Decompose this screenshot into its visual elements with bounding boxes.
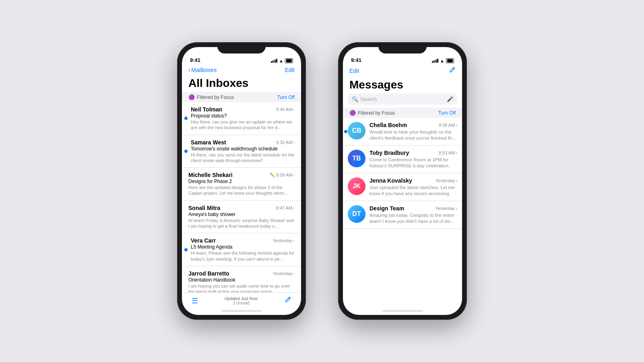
mail-preview: Hey there, can you give me an update on … <box>191 119 295 131</box>
back-label: Mailboxes <box>191 67 217 73</box>
mail-time-value: 9:40 AM <box>276 107 292 112</box>
mail-item[interactable]: Neil Tolman9:40 AM ›Proposal status?Hey … <box>182 102 301 135</box>
unread-dot <box>184 150 188 153</box>
unread-dot <box>184 117 188 120</box>
msg-time: 9:38 AM › <box>439 123 457 128</box>
battery-icon <box>285 58 293 63</box>
mail-item-header: Jarrod BarrettoYesterday › <box>188 270 295 277</box>
messages-focus-left: 🟣 Filtered by Focus <box>349 110 395 116</box>
messages-compose-icon[interactable] <box>448 66 456 75</box>
msg-time: Yesterday › <box>436 206 457 211</box>
back-button[interactable]: ‹ Mailboxes <box>188 66 217 74</box>
msg-preview: Come to Conference Room at 1PM for Kelse… <box>369 157 457 169</box>
message-item[interactable]: TBToby Bradbury8:53 AM ›Come to Conferen… <box>343 146 462 173</box>
focus-label: Filtered by Focus <box>197 95 234 100</box>
messages-page-title: Messages <box>343 78 462 94</box>
mail-sender: Samara West <box>191 139 226 146</box>
mail-preview: Hi team! Friday is Ameya's surprise Baby… <box>188 218 295 229</box>
home-indicator <box>182 307 301 315</box>
messages-nav-bar: Edit <box>343 65 462 78</box>
mail-time-value: Yesterday <box>273 238 293 243</box>
msg-content: Jenna KovalskyYesterday ›Just uploaded t… <box>369 177 457 197</box>
msg-avatar: CB <box>348 122 365 140</box>
mail-preview: Hi team, Please see the following revise… <box>191 250 295 262</box>
mail-time: ✏️ 9:09 AM › <box>270 173 295 178</box>
mail-item[interactable]: Michelle Shekari✏️ 9:09 AM ›Designs for … <box>182 168 301 201</box>
msg-time: 8:53 AM › <box>439 150 457 155</box>
chevron-icon: › <box>456 206 457 211</box>
mail-sender: Jarrod Barretto <box>188 270 229 277</box>
status-icons: ▲ <box>271 58 293 63</box>
mail-time-value: 9:32 AM <box>276 140 292 145</box>
mail-nav-bar: ‹ Mailboxes Edit <box>182 65 301 77</box>
mail-subject: Tomorrow's onsite walkthrough schedule <box>191 146 295 152</box>
msg-header: Jenna KovalskyYesterday › <box>369 177 457 184</box>
msg-name: Toby Bradbury <box>369 150 409 156</box>
phone-messages: 9:41 ▲ Edit <box>338 42 467 320</box>
mail-item[interactable]: Vera CarrYesterday ›L5 Meeting AgendaHi … <box>182 233 301 266</box>
mail-item-header: Vera CarrYesterday › <box>191 237 295 244</box>
search-icon: 🔍 <box>352 96 358 102</box>
mail-time: 8:47 AM › <box>276 206 295 210</box>
signal-bar-2-4 <box>437 59 438 63</box>
mail-time-value: 9:09 AM <box>276 173 292 177</box>
mail-preview: Here are the updated designs for phase 2… <box>188 185 295 196</box>
msg-preview: Just uploaded the latest sketches. Let m… <box>369 185 457 197</box>
msg-preview: Amazing job today. Congrats to the entir… <box>369 212 457 224</box>
mail-item[interactable]: Jarrod BarrettoYesterday ›Orientation Ha… <box>182 266 301 292</box>
message-list: CBChella Boehm9:38 AM ›Would love to hea… <box>343 118 462 307</box>
message-item[interactable]: CBChella Boehm9:38 AM ›Would love to hea… <box>343 118 462 146</box>
messages-focus-icon: 🟣 <box>349 110 356 116</box>
mail-time-value: 8:47 AM <box>276 206 292 210</box>
msg-avatar: DT <box>348 205 365 223</box>
notch <box>217 42 266 53</box>
msg-header: Chella Boehm9:38 AM › <box>369 122 457 128</box>
mail-subject: Proposal status? <box>191 113 295 119</box>
mail-item-header: Neil Tolman9:40 AM › <box>191 106 295 113</box>
status-time-2: 9:41 <box>351 57 361 63</box>
msg-content: Design TeamYesterday ›Amazing job today.… <box>369 205 457 224</box>
mail-subject: Designs for Phase 2 <box>188 179 295 184</box>
msg-name: Design Team <box>369 205 404 212</box>
mail-item-header: Samara West9:32 AM › <box>191 139 295 146</box>
message-item[interactable]: DTDesign TeamYesterday ›Amazing job toda… <box>343 201 462 229</box>
signal-bar-4 <box>276 59 277 63</box>
msg-avatar: TB <box>348 150 365 167</box>
wifi-icon-2: ▲ <box>440 58 444 63</box>
msg-unread-dot <box>344 130 347 133</box>
focus-turnoff-button[interactable]: Turn Off <box>277 95 295 100</box>
msg-header: Design TeamYesterday › <box>369 205 457 212</box>
home-bar <box>221 310 262 312</box>
updated-status: Updated Just Now <box>225 296 258 301</box>
mail-time: Yesterday › <box>273 238 295 243</box>
mail-sender: Neil Tolman <box>191 106 222 113</box>
filter-icon[interactable]: ☰ <box>192 296 198 305</box>
messages-edit-button[interactable]: Edit <box>349 68 359 74</box>
signal-bars-icon <box>271 59 278 63</box>
microphone-icon[interactable]: 🎤 <box>447 96 453 102</box>
chevron-icon: › <box>293 206 295 210</box>
search-bar[interactable]: 🔍 Search 🎤 <box>348 94 457 105</box>
compose-icon[interactable] <box>284 296 291 305</box>
status-time: 9:41 <box>190 57 200 63</box>
msg-header: Toby Bradbury8:53 AM › <box>369 150 457 156</box>
mail-subject: Orientation Handbook <box>188 277 295 283</box>
chevron-icon: › <box>293 107 295 112</box>
messages-focus-turnoff-button[interactable]: Turn Off <box>438 110 456 116</box>
search-placeholder: Search <box>360 96 445 102</box>
mail-item[interactable]: Sonali Mitra8:47 AM ›Ameya's baby shower… <box>182 201 301 234</box>
mail-subject: Ameya's baby shower <box>188 212 295 217</box>
msg-name: Chella Boehm <box>369 122 407 128</box>
edit-button[interactable]: Edit <box>285 67 295 73</box>
mail-time-value: Yesterday <box>273 271 293 276</box>
signal-bar-2-1 <box>432 61 433 63</box>
message-item[interactable]: JKJenna KovalskyYesterday ›Just uploaded… <box>343 173 462 201</box>
chevron-icon: › <box>456 178 457 183</box>
mail-sender: Sonali Mitra <box>188 205 220 211</box>
unread-dot <box>184 248 188 251</box>
mail-item[interactable]: Samara West9:32 AM ›Tomorrow's onsite wa… <box>182 135 301 168</box>
chevron-icon: › <box>456 150 457 155</box>
unread-count: 3 Unread <box>225 301 258 305</box>
draft-icon: ✏️ <box>270 173 275 178</box>
mail-preview: I am hoping you can set aside some time … <box>188 283 295 292</box>
